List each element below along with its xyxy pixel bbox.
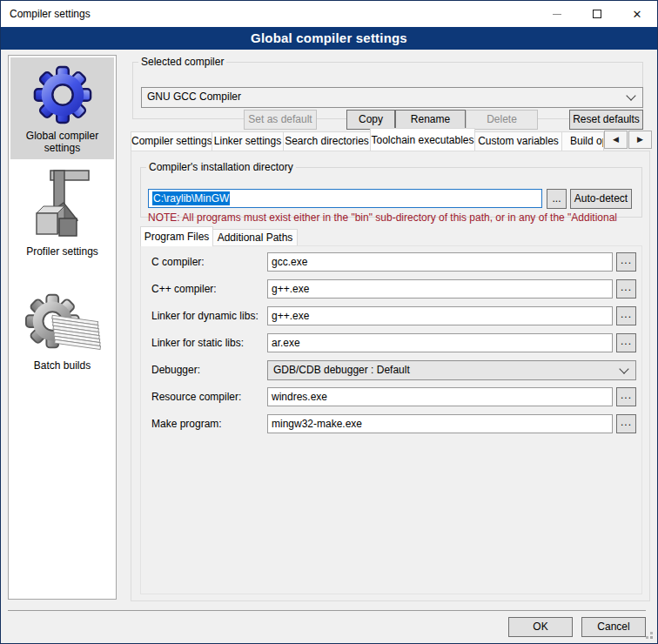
field-c-compiler: C compiler: gcc.exe ...	[141, 252, 641, 272]
maximize-icon	[593, 10, 601, 18]
maximize-button[interactable]	[577, 1, 617, 27]
tab-scroll-right-button[interactable]: ▶	[628, 131, 652, 149]
dialog-body: Global compiler settings Profiler settin…	[1, 50, 657, 643]
settings-sidebar: Global compiler settings Profiler settin…	[8, 55, 117, 600]
field-debugger: Debugger: GDB/CDB debugger : Default	[141, 360, 641, 380]
selected-compiler-legend: Selected compiler	[138, 57, 226, 68]
close-button[interactable]: ✕	[617, 1, 657, 27]
field-label: C++ compiler:	[151, 279, 217, 299]
ok-button[interactable]: OK	[508, 617, 573, 637]
debugger-value: GDB/CDB debugger : Default	[273, 364, 410, 376]
field-label: Make program:	[151, 414, 222, 433]
make-program-input[interactable]: mingw32-make.exe	[267, 414, 613, 433]
subtab-additional-paths[interactable]: Additional Paths	[212, 229, 298, 246]
selected-compiler-group: Selected compiler GNU GCC Compiler Set a…	[132, 57, 643, 119]
sidebar-item-label: Profiler settings	[26, 245, 98, 258]
window-title: Compiler settings	[1, 8, 91, 20]
rename-button[interactable]: Rename	[395, 110, 466, 130]
tab-compiler-settings[interactable]: Compiler settings	[131, 131, 212, 151]
sidebar-item-label: Batch builds	[34, 359, 91, 372]
sidebar-item-batch-builds[interactable]: Batch builds	[10, 285, 114, 377]
caliper-icon	[35, 168, 91, 241]
browse-linker-static-button[interactable]: ...	[616, 333, 636, 352]
subtab-program-files[interactable]: Program Files	[140, 226, 213, 246]
sub-tab-strip: Program Files Additional Paths	[140, 226, 628, 246]
field-make-program: Make program: mingw32-make.exe ...	[141, 414, 641, 434]
resource-compiler-input[interactable]: windres.exe	[267, 387, 613, 406]
arrow-left-icon: ◀	[613, 135, 619, 144]
autodetect-button[interactable]: Auto-detect	[570, 189, 632, 209]
field-cpp-compiler: C++ compiler: g++.exe ...	[141, 279, 641, 299]
chevron-down-icon	[626, 91, 635, 100]
arrow-right-icon: ▶	[637, 135, 643, 144]
field-label: Resource compiler:	[151, 387, 241, 406]
selected-compiler-dropdown[interactable]: GNU GCC Compiler	[141, 87, 643, 108]
linker-static-input[interactable]: ar.exe	[267, 333, 613, 352]
tab-scroll-left-button[interactable]: ◀	[604, 131, 628, 149]
copy-button[interactable]: Copy	[346, 110, 395, 130]
tab-custom-variables[interactable]: Custom variables	[474, 131, 562, 151]
field-linker-static: Linker for static libs: ar.exe ...	[141, 333, 641, 353]
installation-directory-legend: Compiler's installation directory	[146, 162, 296, 173]
tab-search-directories[interactable]: Search directories	[283, 131, 371, 151]
selected-compiler-value: GNU GCC Compiler	[147, 91, 241, 103]
c-compiler-input[interactable]: gcc.exe	[267, 252, 613, 272]
minimize-button[interactable]	[537, 1, 577, 27]
compiler-settings-dialog: Compiler settings ✕ Global compiler sett…	[0, 0, 658, 644]
caption-buttons: ✕	[537, 1, 657, 27]
tab-toolchain-executables[interactable]: Toolchain executables	[370, 128, 475, 151]
install-dir-selected-text: C:\raylib\MinGW	[152, 191, 230, 205]
close-icon: ✕	[633, 9, 642, 20]
resize-grip[interactable]	[650, 636, 653, 639]
toolchain-executables-page: Compiler's installation directory C:\ray…	[131, 151, 650, 601]
install-note: NOTE: All programs must exist either in …	[148, 211, 638, 224]
delete-button[interactable]: Delete	[466, 110, 538, 130]
installation-directory-group: Compiler's installation directory C:\ray…	[140, 162, 642, 218]
gear-stack-icon	[24, 292, 102, 355]
field-label: Linker for static libs:	[151, 333, 244, 352]
field-resource-compiler: Resource compiler: windres.exe ...	[141, 387, 641, 407]
tab-build-options[interactable]: Build options	[561, 131, 604, 151]
debugger-dropdown[interactable]: GDB/CDB debugger : Default	[267, 360, 636, 380]
title-bar: Compiler settings ✕	[1, 1, 657, 27]
browse-c-compiler-button[interactable]: ...	[616, 252, 636, 272]
page-title: Global compiler settings	[1, 27, 657, 50]
main-tab-strip: Compiler settings Linker settings Search…	[131, 128, 652, 151]
tab-linker-settings[interactable]: Linker settings	[212, 131, 284, 151]
chevron-down-icon	[619, 364, 628, 373]
browse-install-dir-button[interactable]: ...	[547, 189, 567, 209]
sidebar-item-label: Global compiler settings	[26, 130, 98, 154]
cancel-button[interactable]: Cancel	[581, 617, 646, 637]
browse-linker-dynamic-button[interactable]: ...	[616, 306, 636, 325]
minimize-icon	[553, 14, 561, 15]
cpp-compiler-input[interactable]: g++.exe	[267, 279, 613, 299]
field-label: Debugger:	[151, 360, 200, 379]
browse-resource-compiler-button[interactable]: ...	[616, 387, 636, 406]
set-as-default-button[interactable]: Set as default	[244, 110, 317, 130]
linker-dynamic-input[interactable]: g++.exe	[267, 306, 613, 325]
browse-make-program-button[interactable]: ...	[616, 414, 636, 433]
footer-divider	[8, 610, 646, 611]
sidebar-item-global-compiler-settings[interactable]: Global compiler settings	[10, 57, 114, 159]
program-files-page: C compiler: gcc.exe ... C++ compiler: g+…	[140, 245, 642, 594]
blue-gear-icon	[32, 64, 93, 125]
install-dir-input[interactable]: C:\raylib\MinGW	[148, 189, 542, 208]
field-label: Linker for dynamic libs:	[151, 306, 258, 325]
field-label: C compiler:	[151, 252, 205, 272]
reset-defaults-button[interactable]: Reset defaults	[569, 110, 643, 130]
field-linker-dynamic: Linker for dynamic libs: g++.exe ...	[141, 306, 641, 326]
browse-cpp-compiler-button[interactable]: ...	[616, 279, 636, 299]
sidebar-item-profiler-settings[interactable]: Profiler settings	[10, 161, 114, 263]
